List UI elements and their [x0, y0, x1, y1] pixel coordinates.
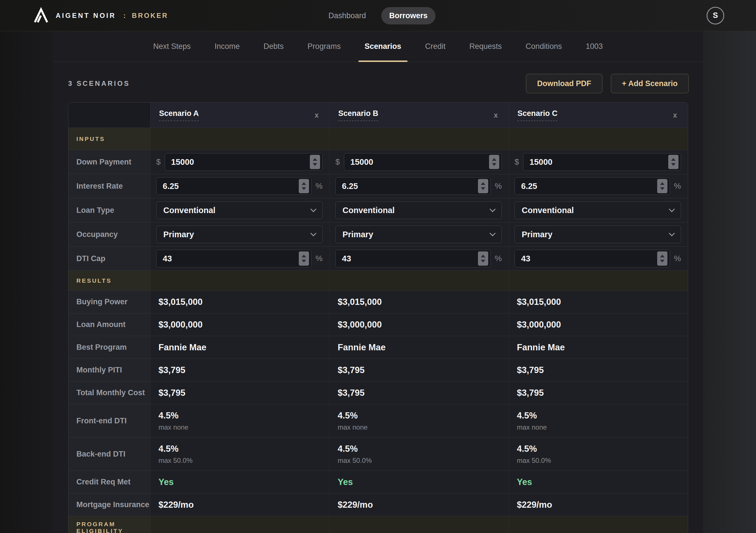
- tab-debts[interactable]: Debts: [261, 31, 286, 62]
- stepper-down-icon: [671, 163, 676, 166]
- table-header-row: Scenario AxScenario BxScenario Cx: [68, 102, 688, 127]
- interest-rate-field-c: [515, 177, 670, 195]
- stepper-down-icon: [302, 187, 306, 190]
- interest-rate-input-c[interactable]: [515, 178, 670, 195]
- scenario-name-a[interactable]: Scenario A: [159, 109, 199, 121]
- close-scenario-c-button[interactable]: x: [671, 110, 679, 121]
- result-subvalue: max none: [158, 423, 188, 431]
- close-scenario-b-button[interactable]: x: [492, 110, 500, 121]
- chevron-down-icon: [310, 230, 316, 236]
- input-row-occupancy: OccupancyPrimaryPrimaryPrimary: [68, 222, 688, 246]
- tab-1003[interactable]: 1003: [583, 31, 606, 62]
- down-payment-input-c[interactable]: [524, 154, 681, 170]
- result-subvalue: max 50.0%: [517, 457, 551, 464]
- result-value: $3,795: [517, 365, 544, 375]
- top-nav: DashboardBorrowers: [320, 0, 435, 31]
- percent-suffix: %: [315, 254, 323, 263]
- result-row-credit-req-met: Credit Req MetYesYesYes: [68, 470, 688, 493]
- tab-income[interactable]: Income: [212, 31, 243, 62]
- section-label-cell: RESULTS: [68, 271, 150, 290]
- result-value: 4.5%: [338, 444, 358, 454]
- result-row-total-monthly-cost: Total Monthly Cost$3,795$3,795$3,795: [68, 381, 688, 404]
- down-payment-field-c: [523, 153, 681, 171]
- number-stepper[interactable]: [478, 179, 488, 193]
- result-cell: 4.5%max 50.0%: [330, 437, 509, 470]
- occupancy-select-b[interactable]: Primary: [336, 226, 502, 243]
- result-cell: $3,795: [509, 359, 688, 381]
- tab-credit[interactable]: Credit: [422, 31, 448, 62]
- tab-scenarios[interactable]: Scenarios: [362, 31, 404, 62]
- input-cell: %: [509, 247, 688, 270]
- result-cell: $3,795: [150, 359, 330, 381]
- tab-programs[interactable]: Programs: [305, 31, 344, 62]
- section-label: RESULTS: [76, 277, 112, 284]
- tab-requests[interactable]: Requests: [467, 31, 505, 62]
- dti-cap-input-b[interactable]: [336, 250, 491, 267]
- stepper-down-icon: [660, 187, 664, 190]
- select-value: Conventional: [342, 206, 395, 215]
- section-fill-cell: [330, 128, 509, 150]
- brand-separator: :: [123, 12, 125, 20]
- brand: AIGENT NOIR : BROKER: [32, 7, 168, 24]
- occupancy-select-a[interactable]: Primary: [156, 226, 323, 243]
- result-cell: 4.5%max none: [509, 404, 688, 437]
- result-cell: $3,000,000: [330, 313, 509, 336]
- result-value: $229/mo: [338, 500, 373, 510]
- down-payment-input-b[interactable]: [344, 154, 501, 170]
- number-stepper[interactable]: [310, 155, 320, 169]
- number-stepper[interactable]: [489, 155, 499, 169]
- number-stepper[interactable]: [299, 179, 309, 193]
- loan-type-select-a[interactable]: Conventional: [156, 201, 323, 219]
- input-cell: Primary: [150, 222, 330, 246]
- number-stepper[interactable]: [299, 251, 309, 266]
- result-cell: Yes: [330, 471, 509, 493]
- number-stepper[interactable]: [478, 251, 488, 266]
- currency-prefix: $: [515, 157, 519, 166]
- row-label: Interest Rate: [68, 174, 150, 198]
- dti-cap-input-c[interactable]: [515, 250, 670, 267]
- avatar[interactable]: S: [707, 7, 724, 24]
- interest-rate-input-b[interactable]: [336, 178, 491, 195]
- row-label: Front-end DTI: [68, 404, 150, 437]
- result-value: $3,795: [338, 365, 364, 375]
- scenario-name-b[interactable]: Scenario B: [338, 109, 378, 121]
- input-cell: %: [150, 247, 330, 270]
- result-value: $3,000,000: [338, 320, 382, 330]
- stepper-down-icon: [302, 260, 306, 263]
- result-value: 4.5%: [517, 444, 537, 454]
- input-cell: %: [509, 174, 688, 198]
- result-cell: $3,795: [330, 381, 509, 404]
- result-cell: Fannie Mae: [330, 336, 509, 358]
- result-cell: $229/mo: [150, 493, 330, 516]
- result-value: $3,000,000: [158, 320, 202, 330]
- nav-item-dashboard[interactable]: Dashboard: [320, 7, 374, 24]
- interest-rate-input-a[interactable]: [156, 178, 311, 195]
- close-scenario-a-button[interactable]: x: [312, 110, 321, 121]
- result-row-loan-amount: Loan Amount$3,000,000$3,000,000$3,000,00…: [68, 313, 688, 336]
- stepper-down-icon: [313, 163, 317, 166]
- stepper-down-icon: [492, 163, 497, 166]
- input-cell: %: [150, 174, 330, 198]
- download-pdf-button[interactable]: Download PDF: [526, 74, 602, 93]
- tab-next-steps[interactable]: Next Steps: [150, 31, 193, 62]
- chevron-down-icon: [310, 206, 316, 212]
- add-scenario-button[interactable]: + Add Scenario: [611, 74, 689, 93]
- number-stepper[interactable]: [657, 251, 667, 266]
- down-payment-field-a: [165, 153, 323, 171]
- dti-cap-input-a[interactable]: [156, 250, 311, 267]
- number-stepper[interactable]: [657, 179, 667, 193]
- interest-rate-field-a: [156, 177, 311, 195]
- down-payment-input-a[interactable]: [165, 154, 322, 170]
- percent-suffix: %: [674, 254, 681, 263]
- tab-bar: Next StepsIncomeDebtsProgramsScenariosCr…: [53, 31, 703, 62]
- nav-item-borrowers[interactable]: Borrowers: [381, 7, 436, 24]
- loan-type-select-c[interactable]: Conventional: [515, 201, 681, 219]
- tab-conditions[interactable]: Conditions: [523, 31, 565, 62]
- row-label: Buying Power: [68, 291, 150, 313]
- result-value: 4.5%: [517, 410, 537, 421]
- occupancy-select-c[interactable]: Primary: [515, 226, 681, 243]
- number-stepper[interactable]: [668, 155, 679, 169]
- loan-type-select-b[interactable]: Conventional: [336, 201, 502, 219]
- scenario-name-c[interactable]: Scenario C: [517, 109, 557, 121]
- stepper-up-icon: [481, 182, 485, 185]
